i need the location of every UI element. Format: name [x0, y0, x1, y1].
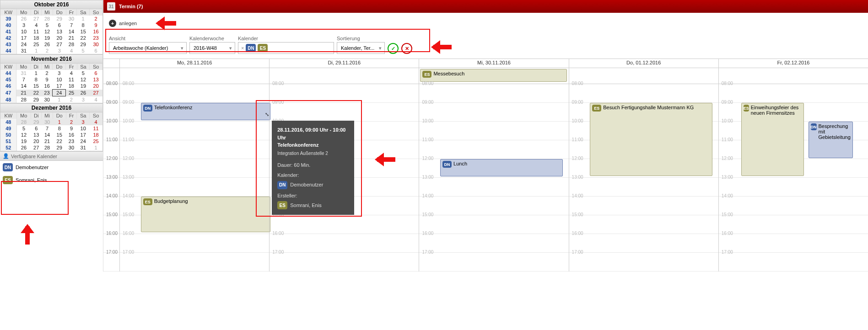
day-cell[interactable]: 1: [31, 48, 42, 54]
day-cell[interactable]: 6: [90, 48, 102, 54]
day-cell[interactable]: 1: [53, 96, 66, 103]
day-cell[interactable]: 6: [53, 22, 66, 28]
day-cell[interactable]: 1: [90, 144, 102, 151]
day-cell[interactable]: 15: [53, 132, 66, 138]
day-cell[interactable]: 17: [77, 132, 90, 138]
day-cell[interactable]: 5: [77, 70, 90, 76]
day-cell[interactable]: 4: [90, 96, 102, 103]
day-cell[interactable]: 6: [31, 125, 42, 132]
day-cell[interactable]: 21: [42, 138, 53, 144]
week-number[interactable]: 44: [0, 48, 16, 54]
day-cell[interactable]: 6: [90, 70, 102, 76]
day-cell[interactable]: 30: [66, 144, 77, 151]
day-cell[interactable]: 19: [77, 83, 90, 90]
event[interactable]: ESBudgetplanung: [141, 197, 271, 232]
week-number[interactable]: 46: [0, 83, 16, 90]
week-number[interactable]: 48: [0, 119, 16, 125]
day-cell[interactable]: 31: [16, 48, 31, 54]
day-cell[interactable]: 7: [66, 22, 77, 28]
day-cell[interactable]: 25: [66, 90, 77, 96]
day-cell[interactable]: 5: [42, 22, 53, 28]
day-cell[interactable]: 28: [16, 96, 31, 103]
day-cell[interactable]: 20: [90, 83, 102, 90]
day-cell[interactable]: 26: [77, 90, 90, 96]
day-cell[interactable]: 20: [31, 138, 42, 144]
day-cell[interactable]: 9: [90, 22, 102, 28]
day-cell[interactable]: 4: [66, 48, 77, 54]
filter-view-select[interactable]: Arbeitswoche (Kalender): [109, 42, 187, 54]
day-cell[interactable]: 4: [90, 119, 102, 125]
clear-icon[interactable]: ×: [241, 45, 244, 51]
event[interactable]: DNBesprechung mit Gebietsleitung: [809, 122, 853, 158]
day-cell[interactable]: 22: [77, 35, 90, 41]
cancel-button[interactable]: ✕: [401, 43, 412, 54]
day-cell[interactable]: 24: [16, 41, 31, 48]
allday-event[interactable]: ESMessebesuch: [420, 69, 566, 82]
week-number[interactable]: 45: [0, 76, 16, 83]
day-cell[interactable]: 28: [42, 16, 53, 22]
day-cell[interactable]: 1: [77, 16, 90, 22]
day-cell[interactable]: 12: [77, 76, 90, 83]
day-column[interactable]: Di, 29.11.201608:0009:0010:0011:0012:001…: [269, 59, 419, 271]
day-cell[interactable]: 3: [53, 48, 66, 54]
day-cell[interactable]: 17: [16, 35, 31, 41]
week-number[interactable]: 47: [0, 90, 16, 96]
day-cell[interactable]: 27: [53, 41, 66, 48]
day-cell[interactable]: 9: [66, 125, 77, 132]
day-column[interactable]: Mo, 28.11.201608:0009:0010:0011:0012:001…: [119, 59, 269, 271]
day-cell[interactable]: 11: [90, 125, 102, 132]
day-cell[interactable]: 11: [31, 28, 42, 35]
day-cell[interactable]: 19: [16, 138, 31, 144]
day-cell[interactable]: 29: [53, 144, 66, 151]
day-cell[interactable]: 23: [90, 35, 102, 41]
day-cell[interactable]: 18: [66, 83, 77, 90]
day-cell[interactable]: 10: [53, 76, 66, 83]
day-cell[interactable]: 15: [77, 28, 90, 35]
calendar-item-dn[interactable]: DNDemobenutzer: [0, 161, 103, 174]
week-number[interactable]: 44: [0, 70, 16, 76]
day-cell[interactable]: 10: [16, 28, 31, 35]
day-cell[interactable]: 24: [77, 138, 90, 144]
week-number[interactable]: 50: [0, 132, 16, 138]
day-cell[interactable]: 3: [16, 22, 31, 28]
day-cell[interactable]: 20: [53, 35, 66, 41]
day-cell[interactable]: 4: [66, 70, 77, 76]
day-column[interactable]: Fr, 02.12.201608:0009:0010:0011:0012:001…: [718, 59, 868, 271]
week-number[interactable]: 42: [0, 35, 16, 41]
filter-sort-select[interactable]: Kalender, Ter...: [337, 42, 385, 54]
day-cell[interactable]: 2: [66, 119, 77, 125]
day-cell[interactable]: 14: [42, 132, 53, 138]
week-number[interactable]: 40: [0, 22, 16, 28]
week-number[interactable]: 43: [0, 41, 16, 48]
event[interactable]: ESEinweihungsfeier des neuen Firmensitze…: [741, 103, 804, 176]
day-cell[interactable]: 2: [42, 48, 53, 54]
day-cell[interactable]: 1: [53, 119, 66, 125]
day-cell[interactable]: 28: [42, 144, 53, 151]
day-cell[interactable]: 4: [31, 22, 42, 28]
day-cell[interactable]: 8: [77, 22, 90, 28]
day-cell[interactable]: 1: [31, 70, 41, 76]
day-cell[interactable]: 18: [90, 132, 102, 138]
day-cell[interactable]: 2: [66, 96, 77, 103]
week-number[interactable]: 41: [0, 28, 16, 35]
day-cell[interactable]: 13: [90, 76, 102, 83]
day-cell[interactable]: 31: [16, 70, 31, 76]
day-cell[interactable]: 7: [16, 76, 31, 83]
day-cell[interactable]: 3: [53, 70, 66, 76]
event[interactable]: DNTelefonkonferenz: [141, 103, 271, 120]
create-link[interactable]: anlegen: [119, 21, 137, 26]
day-cell[interactable]: 9: [41, 76, 52, 83]
event[interactable]: ESBesuch Fertigungshalle Mustermann KG: [590, 103, 712, 176]
day-cell[interactable]: 5: [77, 48, 90, 54]
day-cell[interactable]: 14: [66, 28, 77, 35]
day-cell[interactable]: 23: [66, 138, 77, 144]
day-cell[interactable]: 18: [31, 35, 42, 41]
confirm-button[interactable]: ✓: [388, 43, 399, 54]
day-cell[interactable]: 29: [53, 16, 66, 22]
day-column[interactable]: Do, 01.12.201608:0009:0010:0011:0012:001…: [569, 59, 718, 271]
day-cell[interactable]: 25: [90, 138, 102, 144]
filter-cal-box[interactable]: × DN ES: [238, 42, 334, 54]
day-cell[interactable]: 19: [42, 35, 53, 41]
day-cell[interactable]: 26: [16, 144, 31, 151]
day-cell[interactable]: 27: [90, 90, 102, 96]
